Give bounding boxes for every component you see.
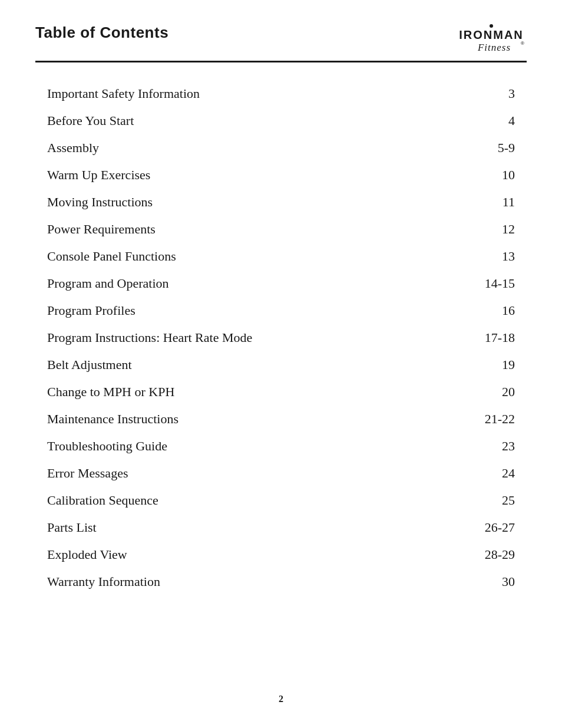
toc-row: Warm Up Exercises10	[35, 162, 527, 189]
toc-item-label: Change to MPH or KPH	[47, 384, 174, 400]
toc-table: Important Safety Information3Before You …	[35, 80, 527, 595]
toc-item-page: 17-18	[480, 330, 515, 345]
toc-row: Exploded View28-29	[35, 541, 527, 568]
toc-item-label: Moving Instructions	[47, 195, 153, 210]
toc-item-label: Troubleshooting Guide	[47, 439, 167, 454]
toc-item-page: 20	[480, 384, 515, 400]
svg-text:IRONMAN: IRONMAN	[459, 28, 524, 41]
toc-item-label: Calibration Sequence	[47, 493, 158, 508]
toc-item-page: 10	[480, 167, 515, 183]
toc-row: Moving Instructions11	[35, 189, 527, 216]
toc-item-page: 21-22	[480, 411, 515, 427]
toc-item-page: 19	[480, 357, 515, 373]
toc-item-page: 14-15	[480, 276, 515, 291]
toc-item-label: Maintenance Instructions	[47, 411, 178, 427]
toc-item-page: 5-9	[480, 140, 515, 156]
toc-item-label: Belt Adjustment	[47, 357, 132, 373]
toc-item-page: 12	[480, 222, 515, 237]
toc-item-page: 23	[480, 439, 515, 454]
svg-text:Fitness: Fitness	[477, 42, 511, 53]
toc-item-label: Warm Up Exercises	[47, 167, 150, 183]
toc-item-label: Parts List	[47, 520, 97, 535]
toc-item-label: Console Panel Functions	[47, 249, 176, 264]
toc-item-label: Assembly	[47, 140, 99, 156]
toc-row: Power Requirements12	[35, 216, 527, 243]
toc-item-label: Program and Operation	[47, 276, 169, 291]
page-header: Table of Contents IRONMAN Fitness ®	[35, 24, 527, 62]
toc-row: Program Profiles16	[35, 297, 527, 324]
toc-row: Calibration Sequence25	[35, 487, 527, 514]
toc-row: Warranty Information30	[35, 568, 527, 595]
toc-row: Program Instructions: Heart Rate Mode17-…	[35, 324, 527, 351]
svg-point-0	[490, 24, 493, 28]
page-number: 2	[0, 694, 562, 704]
toc-item-label: Exploded View	[47, 547, 127, 562]
toc-item-label: Before You Start	[47, 113, 134, 129]
toc-item-page: 16	[480, 303, 515, 318]
toc-row: Error Messages24	[35, 460, 527, 487]
toc-item-label: Error Messages	[47, 466, 128, 481]
toc-item-page: 28-29	[480, 547, 515, 562]
toc-item-page: 30	[480, 574, 515, 589]
toc-row: Before You Start4	[35, 107, 527, 134]
toc-row: Parts List26-27	[35, 514, 527, 541]
toc-item-page: 26-27	[480, 520, 515, 535]
toc-item-label: Warranty Information	[47, 574, 160, 589]
svg-text:®: ®	[521, 41, 524, 46]
toc-row: Belt Adjustment19	[35, 351, 527, 378]
toc-item-page: 24	[480, 466, 515, 481]
toc-item-label: Program Instructions: Heart Rate Mode	[47, 330, 252, 345]
page: Table of Contents IRONMAN Fitness ® Impo…	[0, 0, 562, 728]
toc-item-page: 3	[480, 86, 515, 101]
toc-item-page: 13	[480, 249, 515, 264]
ironman-fitness-logo: IRONMAN Fitness ®	[456, 24, 527, 56]
toc-row: Important Safety Information3	[35, 80, 527, 107]
toc-item-label: Program Profiles	[47, 303, 135, 318]
toc-item-label: Power Requirements	[47, 222, 156, 237]
toc-item-page: 11	[480, 195, 515, 210]
toc-row: Program and Operation14-15	[35, 270, 527, 297]
toc-row: Console Panel Functions13	[35, 243, 527, 270]
toc-row: Change to MPH or KPH20	[35, 378, 527, 406]
toc-row: Maintenance Instructions21-22	[35, 406, 527, 433]
toc-item-page: 4	[480, 113, 515, 129]
toc-item-label: Important Safety Information	[47, 86, 200, 101]
toc-row: Troubleshooting Guide23	[35, 433, 527, 460]
logo: IRONMAN Fitness ®	[456, 24, 527, 56]
toc-row: Assembly5-9	[35, 134, 527, 162]
toc-item-page: 25	[480, 493, 515, 508]
page-title: Table of Contents	[35, 24, 168, 42]
